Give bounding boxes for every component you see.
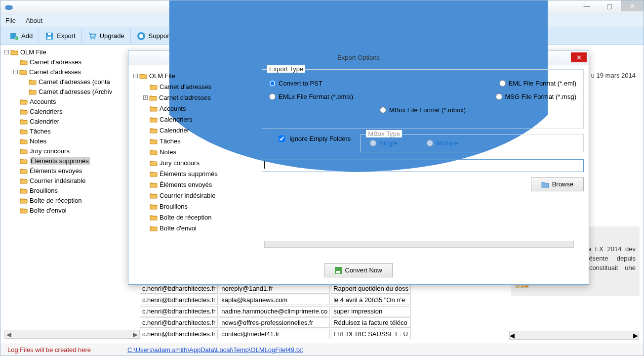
main-folder-tree[interactable]: −OLM FileCarnet d'adresses−Carnet d'adre…	[4, 47, 133, 329]
menu-about[interactable]: About	[26, 17, 42, 24]
tree-item[interactable]: Calendriers	[4, 106, 133, 116]
tree-item[interactable]: Éléments envoyés	[4, 166, 133, 176]
radio-mbox[interactable]: MBox File Format (*.mbox)	[380, 106, 466, 114]
app-window: Softaken OLM to PST Converter - Full Ver…	[0, 0, 644, 356]
cart-icon	[88, 32, 97, 41]
tree-item[interactable]: Brouillons	[133, 201, 257, 212]
radio-pst[interactable]: Convert to PST	[269, 80, 322, 87]
mbox-type-legend: MBox Type	[366, 130, 402, 137]
tree-item[interactable]: Éléments supprimés	[4, 156, 133, 166]
radio-eml[interactable]: EML File Format (*.eml)	[499, 80, 576, 87]
convert-now-button[interactable]: Convert Now	[324, 263, 392, 277]
svg-point-5	[90, 38, 92, 39]
add-icon	[9, 32, 18, 41]
tree-item[interactable]: Boîte de réception	[133, 212, 257, 222]
tree-item[interactable]: Boîte de réception	[4, 195, 133, 205]
close-window-button[interactable]: ✕	[621, 0, 644, 11]
tree-item[interactable]: Courrier indésirable	[133, 190, 257, 201]
upgrade-button[interactable]: Upgrade	[82, 29, 131, 44]
status-label: Log Files will be created here	[0, 346, 98, 354]
table-row[interactable]: c.henri@bdharchitectes.frcontact@medef41…	[140, 329, 411, 339]
dialog-hscrollbar[interactable]	[264, 241, 574, 248]
tree-hscrollbar[interactable]: ◀▶	[4, 330, 140, 339]
menu-file[interactable]: File	[5, 17, 16, 24]
maximize-button[interactable]: ▢	[598, 0, 621, 11]
tree-item[interactable]: Boîte d'envoi	[133, 222, 257, 233]
tree-item[interactable]: Calendrier	[133, 125, 257, 135]
tree-item[interactable]: Carnet d'adresses (Archiv	[4, 87, 133, 96]
statusbar: Log Files will be created here C:\Users\…	[0, 344, 644, 356]
table-row[interactable]: c.henri@bdharchitectes.frnoreply@1and1.f…	[140, 283, 411, 294]
tree-item[interactable]: Notes	[133, 146, 257, 157]
mbox-type-fieldset: MBox Type Single Multiple	[361, 134, 584, 152]
svg-rect-10	[336, 271, 340, 273]
ignore-empty-checkbox[interactable]: Ignore Empty Folders	[277, 134, 351, 143]
tree-item[interactable]: Carnet d'adresses (conta	[4, 77, 133, 87]
radio-emlx[interactable]: EMLx File Format (*.emlx)	[269, 93, 353, 100]
export-type-legend: Export Type	[267, 65, 305, 73]
tree-item[interactable]: Tâches	[133, 135, 257, 146]
export-options-dialog: Export Options ✕ −OLM FileCarnet d'adres…	[128, 50, 589, 285]
output-path-input[interactable]	[262, 159, 584, 172]
tree-item[interactable]: Courrier indésirable	[4, 176, 133, 185]
folder-icon	[541, 181, 549, 188]
tree-item[interactable]: Jury concours	[4, 146, 133, 156]
radio-msg[interactable]: MSG File Format (*.msg)	[496, 93, 576, 100]
tree-item[interactable]: Accounts	[133, 103, 257, 114]
save-icon	[45, 32, 54, 41]
tree-item[interactable]: −OLM File	[4, 47, 133, 57]
table-row[interactable]: c.henri@bdharchitectes.frnadine.hammouch…	[140, 306, 411, 316]
export-button[interactable]: Export	[39, 29, 82, 44]
svg-point-6	[93, 38, 95, 39]
tree-item[interactable]: Calendriers	[133, 114, 257, 125]
tree-item[interactable]: +Carnet d'adresses	[133, 92, 257, 103]
table-row[interactable]: c.henri@bdharchitectes.frnews@offres-pro…	[140, 317, 411, 328]
export-type-fieldset: Export Type Convert to PST EML File Form…	[262, 69, 584, 129]
svg-rect-4	[48, 33, 51, 35]
dialog-title: Export Options	[128, 54, 589, 61]
radio-mbox-single[interactable]: Single	[370, 139, 397, 147]
tree-item[interactable]: Jury concours	[133, 157, 257, 168]
tree-item[interactable]: Éléments envoyés	[133, 179, 257, 190]
disk-icon	[335, 267, 342, 274]
tree-item[interactable]: −OLM File	[133, 70, 257, 81]
tree-item[interactable]: Carnet d'adresses	[133, 81, 257, 92]
add-button[interactable]: Add	[3, 29, 39, 44]
tree-item[interactable]: Boîte d'envoi	[4, 205, 133, 215]
svg-rect-3	[47, 37, 51, 39]
message-list-table[interactable]: c.henri@bdharchitectes.frnoreply@1and1.f…	[139, 282, 412, 340]
preview-hscrollbar[interactable]: ◀▶	[509, 331, 639, 340]
radio-mbox-multiple[interactable]: Multiple	[427, 139, 458, 147]
app-icon	[4, 4, 13, 11]
dialog-close-button[interactable]: ✕	[571, 52, 587, 62]
dialog-folder-tree[interactable]: −OLM FileCarnet d'adresses+Carnet d'adre…	[133, 70, 257, 255]
tree-item[interactable]: Brouillons	[4, 185, 133, 195]
tree-item[interactable]: Notes	[4, 136, 133, 146]
tree-item[interactable]: Éléments supprimés	[133, 168, 257, 179]
browse-button[interactable]: Browse	[531, 177, 584, 191]
tree-item[interactable]: Accounts	[4, 96, 133, 106]
tree-item[interactable]: Carnet d'adresses	[4, 57, 133, 67]
tree-item[interactable]: Calendrier	[4, 116, 133, 126]
tree-item[interactable]: −Carnet d'adresses	[4, 67, 133, 77]
table-row[interactable]: c.henri@bdharchitectes.frkapla@kaplanews…	[140, 295, 411, 305]
log-file-link[interactable]: C:\Users\adam.smith\AppData\Local\Temp\O…	[127, 346, 303, 354]
tree-item[interactable]: Tâches	[4, 126, 133, 136]
